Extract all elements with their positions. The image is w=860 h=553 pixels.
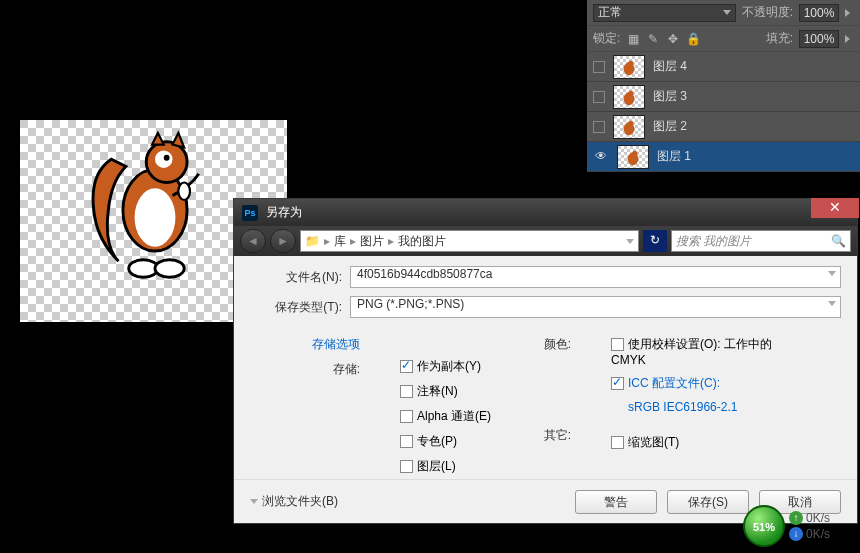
download-progress[interactable]: 51% bbox=[743, 505, 785, 547]
fill-input[interactable]: 100% bbox=[799, 30, 839, 48]
svg-point-11 bbox=[628, 90, 633, 95]
opt-icc[interactable]: ICC 配置文件(C): bbox=[611, 375, 781, 392]
refresh-button[interactable]: ↻ bbox=[643, 230, 667, 252]
filetype-label: 保存类型(T): bbox=[250, 299, 350, 316]
visibility-toggle[interactable] bbox=[593, 91, 605, 103]
fill-label: 填充: bbox=[766, 30, 793, 47]
chevron-down-icon bbox=[250, 499, 258, 504]
svg-point-9 bbox=[628, 60, 633, 65]
warning-button[interactable]: 警告 bbox=[575, 490, 657, 514]
opacity-input[interactable]: 100% bbox=[799, 4, 839, 22]
back-button[interactable]: ◄ bbox=[240, 229, 266, 253]
chevron-right-icon[interactable] bbox=[845, 35, 854, 43]
ps-icon: Ps bbox=[242, 205, 258, 221]
opt-proof[interactable]: 使用校样设置(O): 工作中的 CMYK bbox=[611, 336, 781, 367]
download-widget[interactable]: 51% ↑0K/s ↓0K/s bbox=[743, 505, 830, 547]
folder-icon: 📁 bbox=[305, 234, 320, 248]
blend-mode-select[interactable]: 正常 bbox=[593, 4, 736, 22]
download-icon: ↓ bbox=[789, 527, 803, 541]
search-icon[interactable]: 🔍 bbox=[831, 234, 846, 248]
layer-list: 图层 4 图层 3 图层 2 👁 图层 1 bbox=[587, 52, 860, 172]
layer-name: 图层 4 bbox=[653, 58, 687, 75]
svg-point-13 bbox=[628, 120, 633, 125]
visibility-icon[interactable]: 👁 bbox=[593, 149, 609, 165]
lock-brush-icon[interactable]: ✎ bbox=[646, 32, 660, 46]
layer-name: 图层 3 bbox=[653, 88, 687, 105]
layer-item[interactable]: 图层 3 bbox=[587, 82, 860, 112]
lock-label: 锁定: bbox=[593, 30, 620, 47]
filename-label: 文件名(N): bbox=[250, 269, 350, 286]
forward-button[interactable]: ► bbox=[270, 229, 296, 253]
color-label: 颜色: bbox=[544, 336, 571, 353]
filetype-select[interactable]: PNG (*.PNG;*.PNS) bbox=[350, 296, 841, 318]
chevron-down-icon[interactable] bbox=[828, 301, 836, 306]
layer-name: 图层 1 bbox=[657, 148, 691, 165]
opt-alpha[interactable]: Alpha 通道(E) bbox=[400, 408, 491, 425]
layer-thumbnail[interactable] bbox=[613, 115, 645, 139]
upload-speed: 0K/s bbox=[806, 511, 830, 525]
dialog-titlebar[interactable]: Ps 另存为 ✕ bbox=[234, 199, 857, 226]
layers-panel: 正常 不透明度: 100% 锁定: ▦ ✎ ✥ 🔒 填充: 100% 图层 4 … bbox=[587, 0, 860, 172]
layer-item[interactable]: 图层 4 bbox=[587, 52, 860, 82]
other-label: 其它: bbox=[544, 427, 571, 444]
browse-folders-button[interactable]: 浏览文件夹(B) bbox=[250, 493, 338, 510]
chevron-down-icon[interactable] bbox=[626, 239, 634, 244]
opt-as-copy[interactable]: 作为副本(Y) bbox=[400, 358, 491, 375]
dialog-nav: ◄ ► 📁 ▸ 库 ▸ 图片 ▸ 我的图片 ↻ 搜索 我的图片 🔍 bbox=[234, 226, 857, 256]
storage-label: 存储: bbox=[333, 361, 360, 378]
layer-item[interactable]: 👁 图层 1 bbox=[587, 142, 860, 172]
chevron-down-icon[interactable] bbox=[828, 271, 836, 276]
squirrel-image bbox=[80, 130, 230, 305]
visibility-toggle[interactable] bbox=[593, 61, 605, 73]
lock-transparency-icon[interactable]: ▦ bbox=[626, 32, 640, 46]
download-speed: 0K/s bbox=[806, 527, 830, 541]
svg-point-7 bbox=[155, 260, 184, 278]
layer-thumbnail[interactable] bbox=[613, 55, 645, 79]
lock-all-icon[interactable]: 🔒 bbox=[686, 32, 700, 46]
svg-point-6 bbox=[129, 260, 158, 278]
filename-input[interactable]: 4f0516b944cdb850877ca bbox=[350, 266, 841, 288]
chevron-right-icon[interactable] bbox=[845, 9, 854, 17]
opt-layers[interactable]: 图层(L) bbox=[400, 458, 491, 475]
layer-name: 图层 2 bbox=[653, 118, 687, 135]
layer-item[interactable]: 图层 2 bbox=[587, 112, 860, 142]
close-button[interactable]: ✕ bbox=[811, 198, 859, 218]
save-as-dialog: Ps 另存为 ✕ ◄ ► 📁 ▸ 库 ▸ 图片 ▸ 我的图片 ↻ 搜索 我的图片… bbox=[233, 198, 858, 524]
svg-point-15 bbox=[632, 150, 637, 155]
visibility-toggle[interactable] bbox=[593, 121, 605, 133]
layer-thumbnail[interactable] bbox=[613, 85, 645, 109]
svg-point-5 bbox=[178, 183, 190, 201]
svg-point-1 bbox=[135, 188, 176, 246]
save-button[interactable]: 保存(S) bbox=[667, 490, 749, 514]
layer-thumbnail[interactable] bbox=[617, 145, 649, 169]
search-input[interactable]: 搜索 我的图片 🔍 bbox=[671, 230, 851, 252]
lock-move-icon[interactable]: ✥ bbox=[666, 32, 680, 46]
opt-spot[interactable]: 专色(P) bbox=[400, 433, 491, 450]
opacity-label: 不透明度: bbox=[742, 4, 793, 21]
storage-options-title: 存储选项 bbox=[312, 336, 360, 353]
svg-point-4 bbox=[164, 155, 170, 161]
dialog-title: 另存为 bbox=[266, 204, 302, 221]
breadcrumb[interactable]: 📁 ▸ 库 ▸ 图片 ▸ 我的图片 bbox=[300, 230, 639, 252]
svg-point-3 bbox=[155, 150, 173, 168]
opt-annotations[interactable]: 注释(N) bbox=[400, 383, 491, 400]
icc-profile-link[interactable]: sRGB IEC61966-2.1 bbox=[628, 400, 781, 414]
opt-thumb[interactable]: 缩览图(T) bbox=[611, 434, 781, 451]
upload-icon: ↑ bbox=[789, 511, 803, 525]
